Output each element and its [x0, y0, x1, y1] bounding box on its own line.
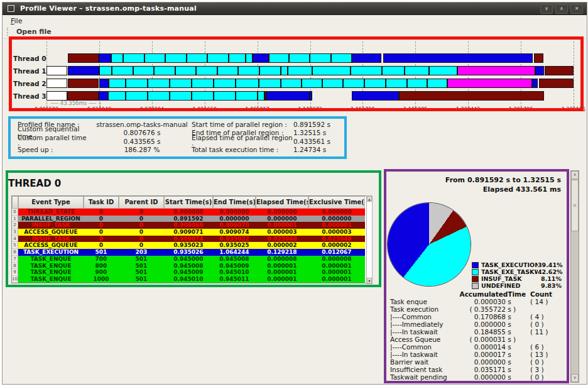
summary-right-column: Start time of parallel region :0.891592 … [192, 120, 346, 154]
stats-row: Task execution( 0.355722 s ) [390, 305, 561, 313]
event-row[interactable]: 3ACCESS_GQUEUE000.9090710.9090740.000003… [12, 229, 366, 236]
column-header[interactable]: Parent ID [119, 196, 164, 209]
timeline-segment [68, 66, 99, 75]
event-row[interactable]: 7TASK_ENQUE7005010.9450000.9450080.00000… [12, 256, 366, 263]
timeline-segment [532, 79, 538, 88]
event-cell: 0.000000 [213, 216, 256, 222]
column-header[interactable]: End Time(s) [213, 196, 256, 209]
timeline-segment [165, 53, 187, 63]
event-row[interactable]: 5ACCESS_GQUEUE000.9350230.9350250.000002… [12, 242, 366, 249]
timeline-segment [123, 53, 144, 63]
legend-label: TASK_EXECUTION [481, 261, 538, 268]
open-file-button[interactable]: Open file [16, 28, 52, 36]
event-row[interactable]: 8TASK_ENQUE8005010.9450080.9450090.00000… [12, 263, 366, 270]
stats-time: ( 0.000031 s ) [459, 336, 527, 343]
timeline-segment [429, 66, 457, 75]
row-number: 1 [12, 216, 18, 222]
timeline-axis-label: 1.065017 [237, 107, 278, 112]
event-cell: 501 [84, 249, 119, 256]
panel-scrollbar[interactable]: ∧ ≡ ∨ [570, 170, 579, 383]
profile-viewer-window: Profile Viewer – strassen.omp-tasks-manu… [0, 0, 588, 389]
scroll-up-icon[interactable]: ▲ [367, 196, 372, 202]
event-cell: 0.000001 [308, 222, 365, 229]
event-cell: INSUF_TASK [18, 222, 84, 229]
timeline-segment [133, 66, 154, 75]
timeline-segment [148, 91, 170, 101]
event-row[interactable]: 10TASK_ENQUE10005010.9450100.9450110.000… [12, 276, 366, 283]
timeline-segment [46, 66, 67, 75]
timeline-segment [322, 79, 343, 88]
app-icon [8, 5, 14, 12]
timeline-segment [427, 79, 447, 88]
event-cell: 800 [84, 263, 119, 270]
event-cell: 0.000001 [308, 276, 365, 283]
event-cell: 0.909070 [213, 222, 256, 229]
timeline-segment [99, 91, 108, 101]
pie-legend: TASK_EXECUTION39.41%TASK_EXE_TASKWAIT42.… [472, 261, 562, 289]
summary-label: Total task execution time : [192, 146, 293, 153]
event-cell: PARALLEL_REGION [18, 216, 84, 222]
summary-left-column: Profiled file name :strassen.omp-tasks-m… [18, 120, 200, 154]
timeline-segment [253, 53, 269, 63]
accumulated-time-stats: AccumulatedTimeCountTask enque0.000030 s… [390, 290, 561, 381]
panel-scroll-down-icon[interactable]: ∨ [571, 374, 579, 382]
menu-file[interactable]: File [8, 16, 24, 26]
event-cell: 0.000002 [256, 242, 308, 249]
timeline-segment [99, 53, 111, 63]
timeline-axis-label: 0.934948 [79, 107, 119, 112]
summary-label: Speed up : [18, 146, 88, 153]
maximize-button-icon[interactable]: ∧ [555, 4, 568, 14]
event-table-scrollbar[interactable]: ▲ ▼ [366, 195, 373, 284]
stats-count: ( 0 ) [526, 321, 561, 328]
summary-value: 0.433565 s [88, 138, 196, 145]
thread-label: Thread 3 [13, 92, 46, 100]
event-row[interactable]: 0THREAD_STATE000.0000000.0000000.0000000… [12, 209, 366, 216]
timeline-segment [399, 91, 544, 101]
stats-time: 0.000000 s [459, 358, 527, 366]
column-header[interactable]: Start Time(s) [164, 196, 213, 209]
column-header[interactable]: Task ID [84, 196, 119, 209]
timeline-axis-label: 1.325155 [553, 107, 588, 112]
event-cell: 0 [84, 242, 119, 249]
summary-row: Custom parallel time :0.433565 s [18, 137, 200, 146]
legend-label: TASK_EXE_TASKWAIT [481, 268, 538, 275]
event-cell: 0.945008 [164, 263, 213, 270]
panel-scroll-up-icon[interactable]: ∧ [571, 171, 579, 179]
event-cell: 0.909074 [213, 229, 256, 236]
timeline-axis-label: 0.891592 [26, 107, 67, 112]
event-cell: 0.000000 [308, 216, 365, 222]
column-header[interactable]: Elapsed Time(s) [256, 196, 308, 209]
event-row[interactable]: 6TASK_EXECUTION5012030.9350261.0642440.1… [12, 249, 366, 256]
timeline-axis-label: 1.281798 [501, 107, 541, 112]
event-cell: 0.000000 [256, 209, 308, 216]
summary-value: 0.891592 s [293, 121, 344, 128]
event-row[interactable]: 2INSUF_TASK000.9090690.9090700.0000010.0… [12, 222, 366, 229]
column-header[interactable]: Exclusive Time(s) [308, 196, 365, 209]
event-cell: 0 [119, 209, 164, 216]
column-header[interactable]: Event Type [18, 196, 84, 209]
stats-row: Access Gqueue( 0.000031 s ) [390, 336, 561, 343]
legend-swatch [472, 283, 479, 289]
close-button-icon[interactable]: ✕ [570, 4, 583, 14]
timeline-segment [258, 91, 264, 101]
event-row[interactable]: 1PARALLEL_REGION000.8915920.0000000.0000… [12, 216, 366, 222]
event-row[interactable]: 9TASK_ENQUE9005010.9450090.9450100.00000… [12, 269, 366, 276]
stats-row: Barrier wait0.000000 s( 0 ) [390, 358, 561, 366]
stats-row: |----Common0.170868 s( 4 ) [390, 313, 561, 321]
timeline-segment [192, 79, 214, 88]
stats-row: |----In taskwait0.184855 s( 11 ) [390, 328, 561, 336]
event-cell: ACCESS_GQUEUE [18, 242, 84, 249]
summary-label: Start time of parallel region : [192, 121, 293, 128]
title-bar[interactable]: Profile Viewer – strassen.omp-tasks-manu… [3, 3, 587, 15]
event-row[interactable]: 4INSUF_TASK000.9090740.9350220.0259480.0… [12, 236, 366, 243]
scroll-down-icon[interactable]: ▼ [367, 278, 372, 283]
timeline-segment [386, 79, 407, 88]
timeline-segment [288, 66, 312, 75]
pie-elapsed-text: Elapsed 433.561 ms [402, 185, 561, 194]
row-number: 0 [12, 209, 18, 216]
panel-scrollbar-thumb[interactable]: ≡ [571, 180, 579, 231]
legend-swatch [472, 276, 479, 282]
toolbar-grip-icon[interactable] [7, 28, 8, 36]
minimize-button-icon[interactable]: ∨ [540, 4, 553, 14]
row-number: 4 [12, 236, 18, 243]
